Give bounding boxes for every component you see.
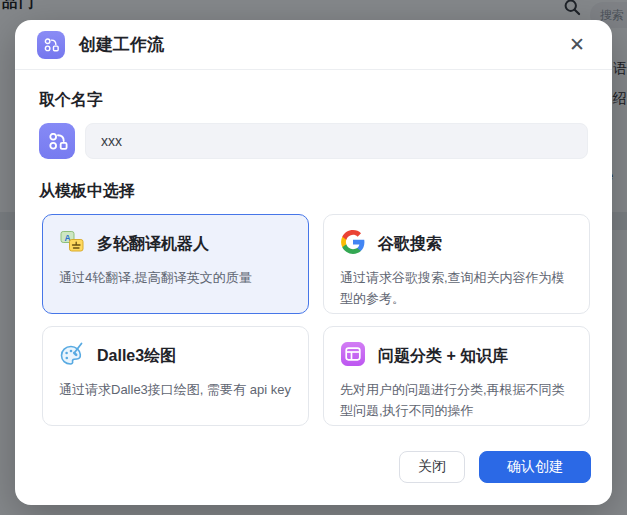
template-card-google-search[interactable]: 谷歌搜索 通过请求谷歌搜索,查询相关内容作为模型的参考。 <box>323 214 590 314</box>
close-button[interactable]: 关闭 <box>399 451 465 483</box>
palette-icon <box>59 341 85 371</box>
template-title: 问题分类 + 知识库 <box>378 346 508 367</box>
template-description: 先对用户的问题进行分类,再根据不同类型问题,执行不同的操作 <box>340 380 573 422</box>
template-section-label: 从模板中选择 <box>39 181 588 202</box>
confirm-create-button[interactable]: 确认创建 <box>479 451 591 483</box>
workflow-avatar-icon[interactable] <box>39 123 75 159</box>
template-description: 通过请求谷歌搜索,查询相关内容作为模型的参考。 <box>340 268 573 310</box>
template-card-translate[interactable]: A 多轮翻译机器人 通过4轮翻译,提高翻译英文的质量 <box>42 214 309 314</box>
template-grid: A 多轮翻译机器人 通过4轮翻译,提高翻译英文的质量 <box>42 214 588 426</box>
dialog-title: 创建工作流 <box>79 33 164 56</box>
name-section-label: 取个名字 <box>39 90 588 111</box>
template-description: 通过4轮翻译,提高翻译英文的质量 <box>59 268 292 289</box>
dialog-footer: 关闭 确认创建 <box>399 451 591 483</box>
dialog-header: 创建工作流 ✕ <box>15 20 612 70</box>
template-card-classify-kb[interactable]: 问题分类 + 知识库 先对用户的问题进行分类,再根据不同类型问题,执行不同的操作 <box>323 326 590 426</box>
google-icon <box>340 229 366 259</box>
template-description: 通过请求Dalle3接口绘图, 需要有 api key <box>59 380 292 401</box>
template-card-dalle3[interactable]: Dalle3绘图 通过请求Dalle3接口绘图, 需要有 api key <box>42 326 309 426</box>
workflow-icon <box>37 31 65 59</box>
classify-icon <box>340 341 366 371</box>
workflow-name-input[interactable] <box>85 123 588 159</box>
template-title: 谷歌搜索 <box>378 234 442 255</box>
template-title: Dalle3绘图 <box>97 346 176 367</box>
template-title: 多轮翻译机器人 <box>97 234 209 255</box>
create-workflow-dialog: 创建工作流 ✕ 取个名字 从模板中选择 <box>15 20 612 505</box>
translate-icon: A <box>59 229 85 259</box>
close-icon[interactable]: ✕ <box>564 32 590 58</box>
